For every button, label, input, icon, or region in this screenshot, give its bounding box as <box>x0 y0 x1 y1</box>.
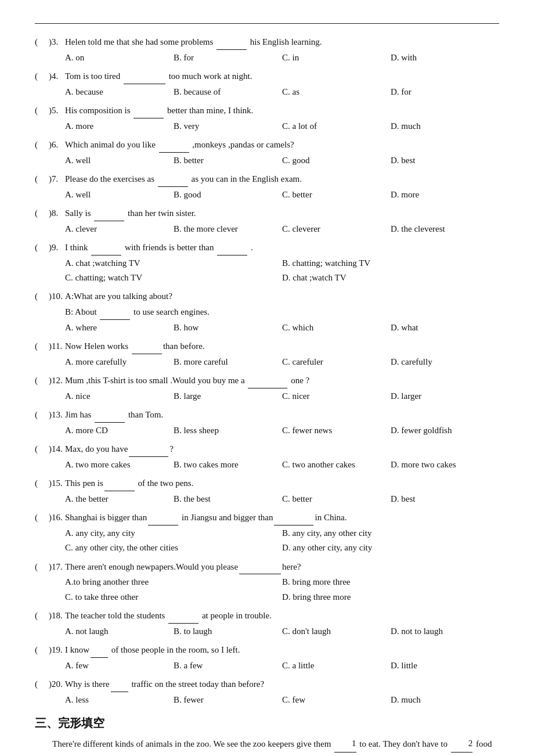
q10-blank <box>100 304 130 320</box>
paren-open: ( <box>35 138 43 153</box>
q11-blank <box>132 339 162 354</box>
q-num-16: )16. <box>49 510 65 525</box>
q-num-20: )20. <box>49 677 65 692</box>
q4-options: A. because B. because of C. as D. for <box>65 85 499 100</box>
q19-optD: D. little <box>391 658 499 674</box>
q15-blank <box>104 476 135 491</box>
question-12: ( )12. Mum ,this T-shirt is too small .W… <box>35 373 499 404</box>
q7-optB: B. good <box>174 188 282 203</box>
q16-text: Shanghai is bigger than in Jiangsu and b… <box>65 510 347 525</box>
fill-blank-1: 1 <box>334 736 356 753</box>
q12-optA: A. nice <box>65 389 174 404</box>
q-num-13: )13. <box>49 408 65 423</box>
q19-optB: B. a few <box>174 658 282 674</box>
q17-options: A.to bring another three B. bring more t… <box>65 575 499 604</box>
q20-optC: C. few <box>282 693 391 708</box>
q16-optD: D. any other city, any city <box>282 541 499 556</box>
q20-options: A. less B. fewer C. few D. much <box>65 693 499 708</box>
q8-options: A. clever B. the more clever C. cleverer… <box>65 222 499 237</box>
q9-optC: C. chatting; watch TV <box>65 271 282 286</box>
q15-optB: B. the best <box>174 492 282 507</box>
q4-optC: C. as <box>282 85 391 100</box>
q-num-5: )5. <box>49 103 65 118</box>
question-14: ( )14. Max, do you have ? A. two more ca… <box>35 441 499 472</box>
q17-optA: A.to bring another three <box>65 575 282 590</box>
q-num-7: )7. <box>49 172 65 187</box>
q13-text: Jim has than Tom. <box>65 407 163 423</box>
q11-optB: B. more careful <box>174 355 282 370</box>
q20-optB: B. fewer <box>174 693 282 708</box>
q14-blank <box>129 441 168 457</box>
q6-optD: D. best <box>391 153 499 168</box>
q13-blank <box>95 407 125 423</box>
q-num-19: )19. <box>49 643 65 658</box>
q5-optD: D. much <box>391 119 499 134</box>
paren-open: ( <box>35 35 43 50</box>
q16-optA: A. any city, any city <box>65 526 282 541</box>
paren-open: ( <box>35 408 43 423</box>
q4-optB: B. because of <box>174 85 282 100</box>
q6-optA: A. well <box>65 153 174 168</box>
q-num-10: )10. <box>49 289 65 304</box>
paren-open: ( <box>35 373 43 388</box>
q15-optC: C. better <box>282 492 391 507</box>
question-13: ( )13. Jim has than Tom. A. more CD B. l… <box>35 407 499 438</box>
q7-optA: A. well <box>65 188 174 203</box>
paren-open: ( <box>35 206 43 221</box>
q11-optD: D. carefully <box>391 355 499 370</box>
question-15: ( )15. This pen is of the two pens. A. t… <box>35 476 499 506</box>
q11-optC: C. carefuler <box>282 355 391 370</box>
q7-text: Please do the exercises as as you can in… <box>65 171 302 187</box>
q12-optB: B. large <box>174 389 282 404</box>
q3-optA: A. on <box>65 51 174 66</box>
q-num-18: )18. <box>49 609 65 624</box>
q8-optD: D. the cleverest <box>391 222 499 237</box>
question-17: ( )17. There aren't enough newpapers.Wou… <box>35 559 499 605</box>
fill-blank-3: 3 <box>173 753 195 756</box>
question-5: ( )5. His composition is better than min… <box>35 103 499 134</box>
q12-optC: C. nicer <box>282 389 391 404</box>
q17-optD: D. bring three more <box>282 590 499 605</box>
q9-optA: A. chat ;watching TV <box>65 256 282 271</box>
q16-blank2 <box>274 510 313 525</box>
q20-optD: D. much <box>391 693 499 708</box>
question-11: ( )11. Now Helen works than before. A. m… <box>35 339 499 369</box>
question-8: ( )8. Sally is than her twin sister. A. … <box>35 206 499 236</box>
q-num-6: )6. <box>49 138 65 153</box>
q13-optC: C. fewer news <box>282 423 391 438</box>
paren-open: ( <box>35 560 43 575</box>
question-4: ( )4. Tom is too tired too much work at … <box>35 69 499 99</box>
q18-optC: C. don't laugh <box>282 624 391 639</box>
question-9: ( )9. I think with friends is better tha… <box>35 240 499 286</box>
q14-optC: C. two another cakes <box>282 458 391 473</box>
q14-optA: A. two more cakes <box>65 458 174 473</box>
q11-text: Now Helen works than before. <box>65 339 205 354</box>
q3-text: Helen told me that she had some problems… <box>65 34 322 50</box>
paren-open: ( <box>35 289 43 304</box>
q15-optA: A. the better <box>65 492 174 507</box>
question-19: ( )19. I know of those people in the roo… <box>35 642 499 673</box>
q3-optD: D. with <box>391 51 499 66</box>
q6-optB: B. better <box>174 153 282 168</box>
q11-optA: A. more carefully <box>65 355 174 370</box>
paren-open: ( <box>35 609 43 624</box>
q13-options: A. more CD B. less sheep C. fewer news D… <box>65 423 499 438</box>
q10-subtext: B: About to use search engines. <box>65 304 210 320</box>
paren-open: ( <box>35 643 43 658</box>
q10-optD: D. what <box>391 321 499 336</box>
q14-options: A. two more cakes B. two cakes more C. t… <box>65 458 499 473</box>
q11-options: A. more carefully B. more careful C. car… <box>65 355 499 370</box>
q5-text: His composition is better than mine, I t… <box>65 103 253 118</box>
paren-open: ( <box>35 69 43 84</box>
paren-open: ( <box>35 510 43 525</box>
q7-optC: C. better <box>282 188 391 203</box>
q3-blank <box>217 34 247 50</box>
q4-text: Tom is too tired too much work at night. <box>65 69 252 84</box>
paren-open: ( <box>35 103 43 118</box>
q18-blank <box>168 608 199 624</box>
q5-options: A. more B. very C. a lot of D. much <box>65 119 499 134</box>
q12-optD: D. larger <box>391 389 499 404</box>
q-num-8: )8. <box>49 206 65 221</box>
q6-blank <box>159 137 189 153</box>
q9-optD: D. chat ;watch TV <box>282 271 499 286</box>
